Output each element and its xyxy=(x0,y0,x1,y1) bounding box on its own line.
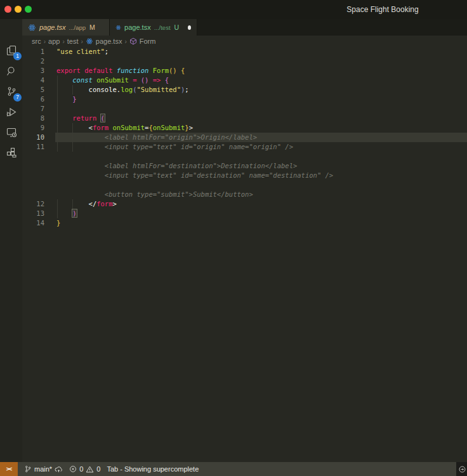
code-line[interactable]: 2 xyxy=(22,56,467,66)
breadcrumb-item-test[interactable]: test xyxy=(67,37,79,45)
react-file-icon xyxy=(86,37,93,45)
code-text: <input type="text" id="origin" name="ori… xyxy=(56,142,293,152)
line-number[interactable]: 12 xyxy=(22,199,44,209)
problems-item[interactable]: 0 0 xyxy=(69,465,100,473)
close-window-button[interactable] xyxy=(4,6,11,13)
line-number[interactable]: 13 xyxy=(22,209,44,218)
code-text: } xyxy=(56,95,77,104)
sidebar-item-explorer[interactable]: 1 xyxy=(3,42,20,58)
code-line[interactable]: 3export default function Form() { xyxy=(22,66,467,76)
chevron-separator-icon: › xyxy=(81,38,82,45)
line-number[interactable]: 10 xyxy=(22,133,44,142)
line-number[interactable]: 5 xyxy=(22,85,44,95)
unsaved-dot-icon[interactable] xyxy=(188,25,191,30)
branch-label: main* xyxy=(34,465,52,473)
sidebar-item-extensions[interactable] xyxy=(3,144,20,161)
breadcrumb-item-app[interactable]: app xyxy=(48,37,60,45)
code-line[interactable]: <label htmlFor="destination">Destination… xyxy=(22,161,467,171)
code-text: return ( xyxy=(56,114,105,123)
status-bar: >< main* 0 0 Tab - Showing supercomplete xyxy=(0,462,467,476)
code-line[interactable]: 6 } xyxy=(22,95,467,104)
code-line[interactable] xyxy=(22,180,467,190)
code-line[interactable]: 11 <input type="text" id="origin" name="… xyxy=(22,142,467,152)
tab-page-tsx-app[interactable]: page.tsx .../app M xyxy=(22,19,110,36)
code-line[interactable]: 13 ) xyxy=(22,209,467,218)
remote-icon: >< xyxy=(6,466,12,472)
code-line[interactable]: 12 </form> xyxy=(22,199,467,209)
remote-indicator[interactable]: >< xyxy=(0,462,18,476)
branch-icon xyxy=(24,465,32,473)
code-line[interactable]: 10 <label htmlFor="origin">Origin</label… xyxy=(22,133,467,142)
code-line[interactable] xyxy=(22,152,467,161)
tab-bar: page.tsx .../app M page.tsx .../test U xyxy=(22,19,467,36)
editor-region: page.tsx .../app M page.tsx .../test U s… xyxy=(22,19,467,462)
remote-explorer-icon xyxy=(6,126,18,138)
line-number[interactable]: 14 xyxy=(22,218,44,228)
code-line[interactable]: 14} xyxy=(22,218,467,228)
error-icon xyxy=(69,465,77,473)
circled-arrow-icon xyxy=(458,465,466,473)
sidebar-item-remote-explorer[interactable] xyxy=(3,124,20,140)
supercomplete-status[interactable]: Tab - Showing supercomplete xyxy=(107,465,199,473)
source-control-badge: 7 xyxy=(13,93,22,102)
code-line[interactable]: <button type="submit">Submit</button> xyxy=(22,190,467,199)
chevron-separator-icon: › xyxy=(44,38,46,45)
zoom-window-button[interactable] xyxy=(25,6,32,13)
line-number[interactable]: 7 xyxy=(22,104,44,114)
git-status-badge: M xyxy=(89,23,95,31)
git-branch-item[interactable]: main* xyxy=(24,465,63,473)
code-line[interactable]: 5 console.log("Submitted"); xyxy=(22,85,467,95)
react-file-icon xyxy=(115,23,121,32)
line-number[interactable]: 6 xyxy=(22,95,44,104)
tab-directory: .../test xyxy=(154,24,171,31)
breadcrumb-item-form[interactable]: Form xyxy=(140,37,156,45)
code-text: <button type="submit">Submit</button> xyxy=(56,190,253,199)
code-line[interactable]: <input type="text" id="destination" name… xyxy=(22,171,467,180)
code-line[interactable]: 1"use client"; xyxy=(22,47,467,56)
line-number[interactable]: 4 xyxy=(22,76,44,85)
tab-filename: page.tsx xyxy=(124,23,151,31)
breadcrumb-item-pagetsx[interactable]: page.tsx xyxy=(96,37,122,45)
code-text: console.log("Submitted"); xyxy=(56,85,189,95)
sidebar-item-source-control[interactable]: 7 xyxy=(3,83,20,100)
tab-page-tsx-test[interactable]: page.tsx .../test U xyxy=(110,19,197,36)
minimize-window-button[interactable] xyxy=(15,6,22,13)
warning-count: 0 xyxy=(96,465,100,473)
activity-bar: 1 7 xyxy=(0,19,22,462)
symbol-module-icon xyxy=(129,37,137,45)
status-message: Tab - Showing supercomplete xyxy=(107,465,199,473)
tab-filename: page.tsx xyxy=(39,23,66,31)
search-icon xyxy=(6,65,18,77)
code-text: <input type="text" id="destination" name… xyxy=(56,171,333,180)
line-number[interactable]: 8 xyxy=(22,114,44,123)
git-status-badge: U xyxy=(174,23,180,31)
indent-guide xyxy=(57,104,58,114)
window-title: Space Flight Booking xyxy=(298,5,467,14)
sidebar-item-search[interactable] xyxy=(3,63,20,79)
code-text: ) xyxy=(56,209,77,218)
code-text: <form onSubmit={onSubmit}> xyxy=(56,123,193,133)
publish-cloud-icon xyxy=(55,465,63,473)
line-number[interactable]: 3 xyxy=(22,66,44,76)
line-number[interactable]: 11 xyxy=(22,142,44,152)
code-text: "use client"; xyxy=(56,47,109,56)
status-right-box[interactable] xyxy=(456,462,467,476)
line-number[interactable]: 2 xyxy=(22,56,44,66)
line-number[interactable]: 9 xyxy=(22,123,44,133)
chevron-separator-icon: › xyxy=(62,38,64,45)
line-number[interactable]: 1 xyxy=(22,47,44,56)
code-line[interactable]: 9 <form onSubmit={onSubmit}> xyxy=(22,123,467,133)
extensions-icon xyxy=(6,147,18,159)
chevron-separator-icon: › xyxy=(124,38,126,45)
explorer-badge: 1 xyxy=(13,52,22,60)
code-lines: 1"use client";23export default function … xyxy=(22,47,467,228)
error-count: 0 xyxy=(79,465,83,473)
code-line[interactable]: 4 const onSubmit = () => { xyxy=(22,76,467,85)
breadcrumb-item-src[interactable]: src xyxy=(32,37,41,45)
code-line[interactable]: 7 xyxy=(22,104,467,114)
code-text: <label htmlFor="origin">Origin</label> xyxy=(56,133,257,142)
sidebar-item-run-and-debug[interactable] xyxy=(3,103,20,120)
code-text: export default function Form() { xyxy=(56,66,185,76)
code-line[interactable]: 8 return ( xyxy=(22,114,467,123)
warning-icon xyxy=(86,465,94,473)
